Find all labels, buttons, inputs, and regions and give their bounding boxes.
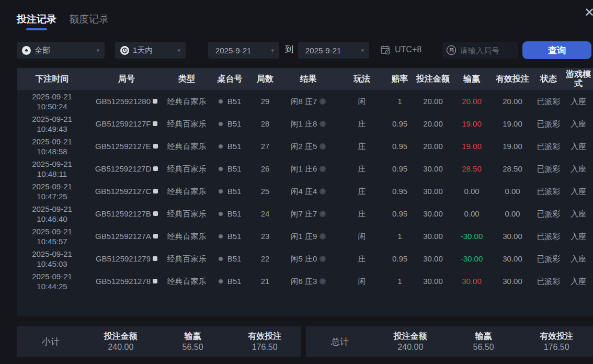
table-no: B51 bbox=[227, 119, 242, 129]
game-mode-cell: 入座 bbox=[564, 119, 593, 129]
odds-cell: 0.95 bbox=[385, 186, 414, 196]
copy-icon[interactable] bbox=[153, 99, 157, 104]
table-row: 2025-09-21 10:49:43 GB512592127F 经典百家乐 B… bbox=[17, 112, 593, 135]
win-loss-cell: 19.00 bbox=[452, 119, 492, 129]
table-no: B51 bbox=[227, 231, 242, 241]
table-body: 2025-09-21 10:50:24 GB5125921280 经典百家乐 B… bbox=[17, 90, 593, 292]
round-id-cell: GB512592127B bbox=[87, 209, 166, 219]
game-mode-cell: 入座 bbox=[564, 276, 593, 286]
table-status-dot-icon bbox=[219, 279, 223, 283]
info-icon[interactable]: i bbox=[320, 188, 326, 195]
table-status-dot-icon bbox=[219, 234, 223, 238]
table-no-cell: B51 bbox=[208, 119, 252, 129]
win-loss-cell: 19.00 bbox=[452, 141, 492, 151]
search-button[interactable]: 查询 bbox=[522, 41, 591, 59]
result-text: 闲5 庄0 bbox=[291, 254, 317, 264]
game-type-select[interactable]: ♠ 全部 ▾ bbox=[17, 42, 105, 59]
total-bet-value: 240.00 bbox=[374, 342, 447, 352]
game-type-value: 全部 bbox=[35, 46, 50, 55]
tab-bet-records[interactable]: 投注记录 bbox=[17, 13, 56, 30]
copy-icon[interactable] bbox=[153, 144, 158, 149]
copy-icon[interactable] bbox=[153, 256, 157, 261]
info-icon[interactable]: i bbox=[320, 256, 326, 262]
play-cell: 庄 bbox=[338, 254, 385, 264]
tab-quota-records[interactable]: 额度记录 bbox=[69, 13, 109, 30]
date-from-picker[interactable]: 2025-9-21 ▾ bbox=[208, 42, 279, 59]
info-icon[interactable]: i bbox=[320, 278, 326, 285]
valid-bet-cell: 28.50 bbox=[492, 164, 533, 174]
bet-date: 2025-09-21 bbox=[32, 249, 72, 259]
table-no-cell: B51 bbox=[208, 231, 252, 241]
chevron-down-icon: ▾ bbox=[177, 47, 180, 54]
timezone-value: UTC+8 bbox=[395, 45, 421, 54]
round-count-cell: 24 bbox=[252, 209, 278, 219]
round-count-cell: 23 bbox=[252, 231, 278, 241]
header-valid-bet: 有效投注 bbox=[492, 74, 533, 84]
bet-clock: 10:46:40 bbox=[37, 214, 67, 224]
round-number-input[interactable] bbox=[459, 46, 518, 55]
info-icon[interactable]: i bbox=[320, 121, 326, 127]
table-row: 2025-09-21 10:45:57 GB512592127A 经典百家乐 B… bbox=[17, 225, 593, 247]
total-valid-title: 有效投注 bbox=[520, 331, 593, 342]
odds-cell: 0.95 bbox=[385, 209, 414, 219]
game-type-cell: 经典百家乐 bbox=[166, 141, 208, 151]
table-no: B51 bbox=[227, 164, 242, 174]
status-cell: 已派彩 bbox=[533, 164, 564, 174]
table-status-dot-icon bbox=[219, 99, 223, 104]
table-status-dot-icon bbox=[219, 257, 223, 261]
spade-icon: ♠ bbox=[22, 46, 31, 55]
status-cell: 已派彩 bbox=[533, 209, 564, 219]
table-row: 2025-09-21 10:45:03 GB5125921279 经典百家乐 B… bbox=[17, 247, 593, 270]
game-mode-cell: 入座 bbox=[564, 254, 593, 264]
round-count-cell: 29 bbox=[252, 96, 278, 106]
game-mode-cell: 入座 bbox=[564, 186, 593, 196]
info-icon[interactable]: i bbox=[320, 143, 326, 150]
copy-icon[interactable] bbox=[153, 234, 158, 238]
table-status-dot-icon bbox=[219, 167, 223, 171]
play-cell: 庄 bbox=[338, 164, 385, 174]
total-bet-group: 投注金额 240.00 bbox=[374, 331, 447, 352]
date-to-picker[interactable]: 2025-9-21 ▾ bbox=[298, 42, 369, 59]
copy-icon[interactable] bbox=[153, 121, 157, 126]
close-icon[interactable]: ✕ bbox=[584, 6, 593, 19]
round-count-cell: 22 bbox=[252, 254, 278, 264]
odds-cell: 1 bbox=[385, 96, 414, 106]
chevron-down-icon: ▾ bbox=[361, 47, 364, 54]
copy-icon[interactable] bbox=[153, 166, 158, 171]
table-no-cell: B51 bbox=[208, 141, 252, 151]
info-icon[interactable]: i bbox=[320, 98, 326, 105]
bet-time-cell: 2025-09-21 10:46:40 bbox=[17, 204, 87, 224]
table-status-dot-icon bbox=[219, 144, 223, 149]
info-icon[interactable]: i bbox=[320, 211, 326, 217]
play-cell: 庄 bbox=[338, 119, 385, 129]
bet-date: 2025-09-21 bbox=[32, 136, 72, 146]
result-text: 闲7 庄7 bbox=[291, 209, 317, 219]
header-table-no: 桌台号 bbox=[208, 74, 252, 84]
copy-icon[interactable] bbox=[153, 189, 158, 194]
bet-amount-cell: 30.00 bbox=[414, 164, 452, 174]
game-type-cell: 经典百家乐 bbox=[166, 119, 208, 129]
result-cell: 闲6 庄3 i bbox=[278, 276, 338, 286]
subtotal-win-value: 56.50 bbox=[157, 342, 229, 352]
subtotal-bet-value: 240.00 bbox=[85, 342, 157, 352]
table-status-dot-icon bbox=[219, 189, 223, 194]
round-count-cell: 28 bbox=[252, 119, 278, 129]
result-cell: 闲7 庄7 i bbox=[278, 209, 338, 219]
copy-icon[interactable] bbox=[153, 211, 158, 216]
info-icon[interactable]: i bbox=[320, 166, 326, 172]
info-icon[interactable]: i bbox=[320, 233, 326, 240]
table-row: 2025-09-21 10:48:58 GB512592127E 经典百家乐 B… bbox=[17, 135, 593, 157]
header-odds: 赔率 bbox=[385, 74, 414, 84]
round-count-cell: 26 bbox=[252, 164, 278, 174]
header-win-loss: 输赢 bbox=[452, 74, 492, 84]
round-id-cell: GB5125921278 bbox=[87, 276, 166, 286]
copy-icon[interactable] bbox=[153, 279, 157, 283]
total-valid-value: 176.50 bbox=[520, 342, 593, 352]
header-round-id: 局号 bbox=[87, 74, 166, 84]
game-type-cell: 经典百家乐 bbox=[166, 186, 208, 196]
round-id: GB512592127E bbox=[95, 141, 151, 151]
time-range-select[interactable]: 1天内 ▾ bbox=[115, 42, 186, 59]
round-id: GB512592127D bbox=[95, 164, 152, 174]
odds-cell: 0.95 bbox=[385, 164, 414, 174]
total-win-title: 输赢 bbox=[447, 331, 520, 342]
